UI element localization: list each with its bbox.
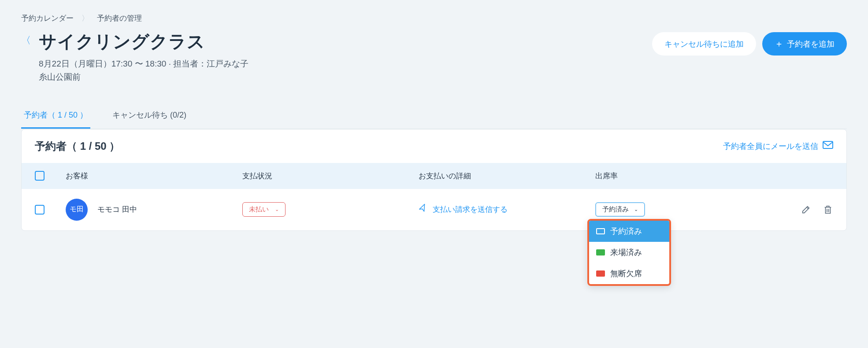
add-attendee-button[interactable]: ＋ 予約者を追加 <box>762 32 847 56</box>
swatch-icon <box>596 249 605 255</box>
avatar[interactable]: モ田 <box>66 199 88 221</box>
menu-item-noshow[interactable]: 無断欠席 <box>589 263 669 284</box>
col-attendance: 出席率 <box>595 171 772 181</box>
customer-name: モモコ 田中 <box>97 204 137 215</box>
add-waitlist-button[interactable]: キャンセル待ちに追加 <box>652 32 756 56</box>
plus-icon: ＋ <box>775 38 783 50</box>
attendance-dropdown[interactable]: 予約済み ⌄ <box>595 202 645 217</box>
swatch-icon <box>596 228 605 234</box>
tab-attendees[interactable]: 予約者（ 1 / 50 ） <box>21 104 90 129</box>
chevron-down-icon: ⌄ <box>275 207 279 212</box>
menu-item-attended[interactable]: 来場済み <box>589 242 669 263</box>
tabs: 予約者（ 1 / 50 ） キャンセル待ち (0/2) <box>21 104 847 129</box>
edit-button[interactable] <box>801 204 811 215</box>
card-title: 予約者（ 1 / 50 ） <box>35 139 120 153</box>
col-payment-status: 支払状況 <box>242 171 419 181</box>
send-payment-request-link[interactable]: 支払い請求を送信する <box>419 204 595 215</box>
paper-plane-icon <box>417 203 429 216</box>
select-all-checkbox[interactable] <box>35 171 45 181</box>
chevron-right-icon: 〉 <box>82 13 89 23</box>
delete-button[interactable] <box>823 204 833 215</box>
attendance-menu: 予約済み 来場済み 無断欠席 <box>587 219 671 286</box>
col-payment-detail: お支払いの詳細 <box>419 171 595 181</box>
breadcrumb: 予約カレンダー 〉 予約者の管理 <box>21 13 847 23</box>
col-customer: お客様 <box>66 171 242 181</box>
svg-rect-0 <box>823 141 833 148</box>
session-location: 糸山公園前 <box>39 70 644 84</box>
mail-icon <box>823 141 833 151</box>
breadcrumb-calendar[interactable]: 予約カレンダー <box>21 13 74 23</box>
attendees-card: 予約者（ 1 / 50 ） 予約者全員にメールを送信 お客様 支払状況 お支払い… <box>21 129 847 231</box>
back-button[interactable]: 〈 <box>21 34 31 47</box>
table-header: お客様 支払状況 お支払いの詳細 出席率 <box>22 163 846 189</box>
email-all-link[interactable]: 予約者全員にメールを送信 <box>723 141 833 152</box>
session-datetime: 8月22日（月曜日）17:30 〜 18:30 · 担当者：江戸みな子 <box>39 57 644 70</box>
tab-waitlist[interactable]: キャンセル待ち (0/2) <box>110 104 189 129</box>
row-checkbox[interactable] <box>35 205 45 215</box>
swatch-icon <box>596 270 605 277</box>
page-title: サイクリングクラス <box>39 30 644 54</box>
payment-status-dropdown[interactable]: 未払い ⌄ <box>242 202 286 217</box>
chevron-down-icon: ⌄ <box>634 207 638 212</box>
breadcrumb-manage[interactable]: 予約者の管理 <box>97 13 142 23</box>
menu-item-reserved[interactable]: 予約済み <box>589 221 669 242</box>
table-row: モ田 モモコ 田中 未払い ⌄ 支払い請求を送信する 予約済み ⌄ <box>22 189 846 230</box>
